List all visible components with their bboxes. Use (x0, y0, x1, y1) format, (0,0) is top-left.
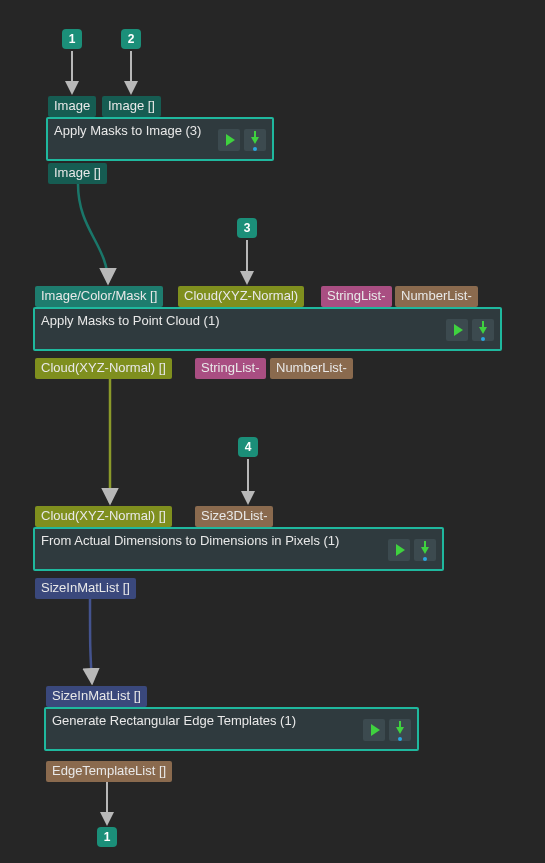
step-into-button[interactable] (389, 719, 411, 741)
port-n1-in-image-array[interactable]: Image [] (102, 96, 161, 117)
step-into-icon (479, 327, 487, 334)
play-icon (396, 544, 405, 556)
port-n2-out-cloud-array[interactable]: Cloud(XYZ-Normal) [] (35, 358, 172, 379)
port-n4-out-edgetemplatelist[interactable]: EdgeTemplateList [] (46, 761, 172, 782)
step-into-icon (396, 727, 404, 734)
step-title: Apply Masks to Image (3) (54, 123, 201, 138)
input-badge-3[interactable]: 3 (237, 218, 257, 238)
step-generate-rectangular-edge-templates[interactable]: Generate Rectangular Edge Templates (1) (44, 707, 419, 751)
port-n2-in-cloud[interactable]: Cloud(XYZ-Normal) (178, 286, 304, 307)
input-badge-1[interactable]: 1 (62, 29, 82, 49)
step-title: Generate Rectangular Edge Templates (1) (52, 713, 296, 728)
port-n1-out-image-array[interactable]: Image [] (48, 163, 107, 184)
step-title: Apply Masks to Point Cloud (1) (41, 313, 219, 328)
output-badge-1[interactable]: 1 (97, 827, 117, 847)
step-from-actual-dimensions[interactable]: From Actual Dimensions to Dimensions in … (33, 527, 444, 571)
port-n4-in-sizeinmatlist[interactable]: SizeInMatList [] (46, 686, 147, 707)
port-n3-in-cloud-array[interactable]: Cloud(XYZ-Normal) [] (35, 506, 172, 527)
port-n1-in-image[interactable]: Image (48, 96, 96, 117)
step-into-button[interactable] (472, 319, 494, 341)
port-n2-in-numberlist[interactable]: NumberList- (395, 286, 478, 307)
port-n2-in-stringlist[interactable]: StringList- (321, 286, 392, 307)
port-n2-in-mask[interactable]: Image/Color/Mask [] (35, 286, 163, 307)
step-into-icon (421, 547, 429, 554)
step-into-button[interactable] (414, 539, 436, 561)
port-n3-out-sizeinmatlist[interactable]: SizeInMatList [] (35, 578, 136, 599)
input-badge-2[interactable]: 2 (121, 29, 141, 49)
port-n2-out-stringlist[interactable]: StringList- (195, 358, 266, 379)
play-icon (226, 134, 235, 146)
port-n2-out-numberlist[interactable]: NumberList- (270, 358, 353, 379)
run-button[interactable] (218, 129, 240, 151)
play-icon (454, 324, 463, 336)
run-button[interactable] (363, 719, 385, 741)
run-button[interactable] (446, 319, 468, 341)
step-apply-masks-to-image[interactable]: Apply Masks to Image (3) (46, 117, 274, 161)
step-apply-masks-to-point-cloud[interactable]: Apply Masks to Point Cloud (1) (33, 307, 502, 351)
step-into-button[interactable] (244, 129, 266, 151)
step-into-icon (251, 137, 259, 144)
play-icon (371, 724, 380, 736)
port-n3-in-size3dlist[interactable]: Size3DList- (195, 506, 273, 527)
step-title: From Actual Dimensions to Dimensions in … (41, 533, 339, 548)
input-badge-4[interactable]: 4 (238, 437, 258, 457)
run-button[interactable] (388, 539, 410, 561)
